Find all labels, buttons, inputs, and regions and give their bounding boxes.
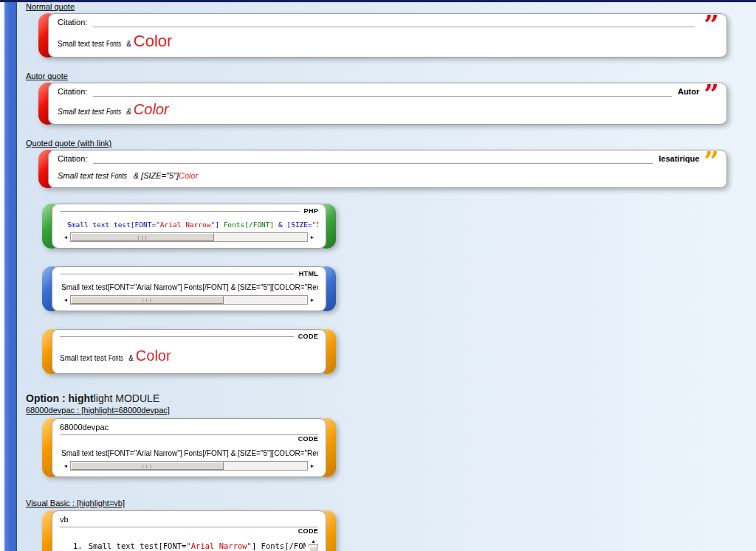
devpac-title: 68000devpac bbox=[60, 422, 318, 435]
code-box: CODE Small text test Fonts & Color bbox=[42, 329, 336, 374]
header-separator bbox=[93, 153, 653, 164]
quote-text-prefix: Small text test bbox=[58, 108, 106, 116]
quote-author: Autor bbox=[678, 86, 699, 97]
page-background: Normal quote Citation: ” Small text test… bbox=[0, 0, 756, 551]
quote-text-narrow: Fonts bbox=[106, 108, 121, 116]
quote-text: Small text test Fonts & [SIZE="5"]Color bbox=[58, 168, 719, 181]
scroll-right-icon[interactable]: ► bbox=[308, 295, 317, 305]
scroll-thumb[interactable] bbox=[71, 296, 224, 304]
html-code-box: HTML Small text test[FONT="Arial Narrow"… bbox=[42, 266, 336, 311]
header-separator bbox=[60, 336, 294, 337]
devpac-code-box: 68000devpac CODE Small text test[FONT="A… bbox=[42, 418, 336, 477]
vb-vertical-scrollbar[interactable]: ▲ ▼ bbox=[309, 537, 318, 551]
citation-label: Citation: bbox=[58, 17, 87, 27]
code-text-amp: & bbox=[127, 354, 136, 362]
scroll-up-icon[interactable]: ▲ bbox=[309, 537, 318, 544]
devpac-code-line: Small text test[FONT="Arial Narrow"] Fon… bbox=[60, 443, 318, 460]
link-quoted-quote[interactable]: Quoted quote (with link) bbox=[26, 139, 746, 148]
quote-icon: ” bbox=[704, 155, 719, 167]
quote-author-link[interactable]: lesatirique bbox=[659, 153, 699, 164]
quote-text-prefix: Small text test bbox=[58, 171, 111, 180]
citation-label: Citation: bbox=[58, 153, 87, 164]
quote-text-color-word: Color bbox=[179, 171, 198, 180]
html-label: HTML bbox=[299, 270, 318, 277]
code-text: Small text test Fonts & Color bbox=[60, 347, 318, 369]
devpac-horizontal-scrollbar[interactable]: ◄ ► bbox=[61, 461, 317, 471]
scroll-thumb[interactable] bbox=[309, 547, 317, 551]
header-separator bbox=[93, 17, 695, 27]
quote-box-autor: Citation: Autor ” Small text test Fonts … bbox=[38, 83, 727, 125]
quote-icon: ” bbox=[704, 88, 719, 100]
code-text-prefix: Small text test bbox=[60, 354, 109, 362]
quote-text-narrow: Fonts bbox=[111, 171, 127, 180]
vb-line-number: 1. bbox=[73, 541, 83, 550]
scroll-right-icon[interactable]: ► bbox=[308, 232, 317, 242]
header-separator bbox=[60, 211, 300, 212]
php-horizontal-scrollbar[interactable]: ◄ ► bbox=[61, 232, 317, 242]
code-text-color-word: Color bbox=[136, 347, 171, 364]
vb-title: vb bbox=[60, 514, 318, 527]
quote-text: Small text test Fonts & Color bbox=[58, 32, 719, 51]
php-label: PHP bbox=[304, 207, 318, 215]
scroll-track[interactable] bbox=[70, 295, 308, 305]
link-normal-quote[interactable]: Normal quote bbox=[26, 2, 746, 11]
quote-text-color-word: Color bbox=[134, 32, 173, 50]
quote-text-amp: & bbox=[125, 40, 134, 48]
quote-text: Small text test Fonts & Color bbox=[58, 101, 719, 118]
link-devpac-highlight[interactable]: 68000devpac : [highlight=68000devpac] bbox=[26, 406, 746, 415]
scroll-track[interactable] bbox=[70, 461, 308, 471]
html-horizontal-scrollbar[interactable]: ◄ ► bbox=[61, 295, 317, 305]
main-content: Normal quote Citation: ” Small text test… bbox=[26, 2, 746, 551]
php-code-line: Small text test[FONT="Arial Narrow"] Fon… bbox=[60, 215, 318, 232]
code-text-narrow: Fonts bbox=[109, 354, 123, 362]
quote-text-narrow: Fonts bbox=[106, 40, 121, 48]
devpac-code-label: CODE bbox=[60, 435, 318, 443]
html-code-line: Small text test[FONT="Arial Narrow"] Fon… bbox=[60, 277, 318, 294]
scroll-left-icon[interactable]: ◄ bbox=[61, 295, 70, 305]
link-autor-quote[interactable]: Autor quote bbox=[26, 72, 746, 80]
quote-box-quoted: Citation: lesatirique ” Small text test … bbox=[38, 150, 727, 188]
quote-icon: ” bbox=[704, 18, 719, 30]
vb-code-box: vb CODE 1.Small text test[FONT="Arial Na… bbox=[42, 510, 336, 551]
header-separator bbox=[93, 86, 672, 97]
scroll-left-icon[interactable]: ◄ bbox=[61, 461, 70, 471]
scroll-track[interactable] bbox=[309, 544, 318, 547]
scroll-left-icon[interactable]: ◄ bbox=[61, 232, 70, 242]
option-heading-rest: light MODULE bbox=[94, 392, 159, 404]
scroll-thumb[interactable] bbox=[71, 462, 224, 470]
vb-code-label: CODE bbox=[60, 527, 318, 536]
option-heading-bold: Option : hight bbox=[26, 392, 94, 404]
scroll-track[interactable] bbox=[70, 232, 308, 242]
php-code-box: PHP Small text test[FONT="Arial Narrow"]… bbox=[42, 204, 336, 249]
quote-text-color-word: Color bbox=[134, 101, 169, 117]
scroll-thumb[interactable] bbox=[71, 233, 214, 241]
quote-text-rest: & [SIZE="5"] bbox=[131, 171, 179, 180]
quote-text-amp: & bbox=[125, 108, 134, 116]
scroll-right-icon[interactable]: ► bbox=[308, 461, 317, 471]
quote-box-normal: Citation: ” Small text test Fonts & Colo… bbox=[38, 13, 727, 58]
quote-text-prefix: Small text test bbox=[58, 40, 106, 48]
header-separator bbox=[60, 274, 295, 274]
citation-label: Citation: bbox=[58, 86, 87, 97]
left-blue-bar[interactable] bbox=[4, 2, 17, 551]
link-vb-highlight[interactable]: Visual Basic : [highlight=vb] bbox=[26, 499, 746, 507]
option-highlight-heading: Option : hightlight MODULE bbox=[26, 392, 746, 404]
vb-code-line: 1.Small text test[FONT="Arial Narrow"] F… bbox=[60, 536, 306, 551]
vb-code-text: Small text test[FONT="Arial Narrow"] Fon… bbox=[89, 541, 306, 550]
code-label: CODE bbox=[298, 333, 318, 340]
